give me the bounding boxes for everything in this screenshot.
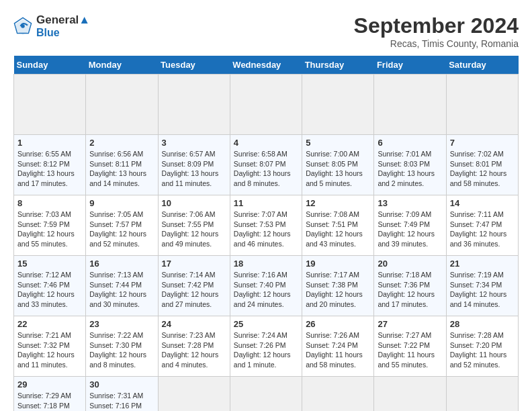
day-number: 20 xyxy=(378,259,442,269)
week-row-1 xyxy=(14,75,519,135)
day-info: Sunrise: 7:08 AMSunset: 7:51 PMDaylight:… xyxy=(306,210,370,249)
day-info: Sunrise: 7:02 AMSunset: 8:01 PMDaylight:… xyxy=(450,149,515,189)
header-row: SundayMondayTuesdayWednesdayThursdayFrid… xyxy=(14,56,519,75)
calendar-cell: 6Sunrise: 7:01 AMSunset: 8:03 PMDaylight… xyxy=(374,135,446,195)
day-info: Sunrise: 7:05 AMSunset: 7:57 PMDaylight:… xyxy=(89,210,154,249)
day-info: Sunrise: 7:11 AMSunset: 7:47 PMDaylight:… xyxy=(450,210,515,249)
day-number: 13 xyxy=(378,198,442,208)
day-number: 8 xyxy=(17,198,82,208)
day-number: 7 xyxy=(450,138,515,148)
day-info: Sunrise: 6:58 AMSunset: 8:07 PMDaylight:… xyxy=(234,149,298,189)
day-number: 12 xyxy=(306,198,370,208)
week-row-2: 1Sunrise: 6:55 AMSunset: 8:12 PMDaylight… xyxy=(14,135,519,195)
calendar-cell: 16Sunrise: 7:13 AMSunset: 7:44 PMDayligh… xyxy=(86,256,158,316)
calendar-cell: 12Sunrise: 7:08 AMSunset: 7:51 PMDayligh… xyxy=(302,195,374,256)
day-info: Sunrise: 7:26 AMSunset: 7:24 PMDaylight:… xyxy=(306,330,370,370)
calendar-cell xyxy=(302,75,374,135)
day-info: Sunrise: 7:22 AMSunset: 7:30 PMDaylight:… xyxy=(89,330,154,370)
day-number: 3 xyxy=(162,138,226,148)
calendar-cell: 3Sunrise: 6:57 AMSunset: 8:09 PMDaylight… xyxy=(158,135,230,195)
day-number: 18 xyxy=(234,259,298,269)
day-info: Sunrise: 7:12 AMSunset: 7:46 PMDaylight:… xyxy=(17,270,82,310)
calendar-cell: 25Sunrise: 7:24 AMSunset: 7:26 PMDayligh… xyxy=(230,316,302,377)
day-info: Sunrise: 7:17 AMSunset: 7:38 PMDaylight:… xyxy=(306,270,370,310)
day-number: 21 xyxy=(450,259,515,269)
calendar-cell: 29Sunrise: 7:29 AMSunset: 7:18 PMDayligh… xyxy=(14,377,86,412)
column-header-friday: Friday xyxy=(374,56,446,75)
calendar-cell: 13Sunrise: 7:09 AMSunset: 7:49 PMDayligh… xyxy=(374,195,446,256)
day-number: 1 xyxy=(17,138,82,148)
calendar-cell: 14Sunrise: 7:11 AMSunset: 7:47 PMDayligh… xyxy=(446,195,518,256)
day-info: Sunrise: 7:00 AMSunset: 8:05 PMDaylight:… xyxy=(306,149,370,189)
day-number: 9 xyxy=(89,198,154,208)
calendar-cell: 21Sunrise: 7:19 AMSunset: 7:34 PMDayligh… xyxy=(446,256,518,316)
day-number: 5 xyxy=(306,138,370,148)
day-info: Sunrise: 7:13 AMSunset: 7:44 PMDaylight:… xyxy=(89,270,154,310)
calendar-cell: 9Sunrise: 7:05 AMSunset: 7:57 PMDaylight… xyxy=(86,195,158,256)
day-info: Sunrise: 7:29 AMSunset: 7:18 PMDaylight:… xyxy=(17,391,82,411)
calendar-cell xyxy=(446,75,518,135)
day-number: 26 xyxy=(306,319,370,329)
calendar-cell: 23Sunrise: 7:22 AMSunset: 7:30 PMDayligh… xyxy=(86,316,158,377)
day-number: 19 xyxy=(306,259,370,269)
day-info: Sunrise: 7:06 AMSunset: 7:55 PMDaylight:… xyxy=(162,210,226,249)
day-number: 6 xyxy=(378,138,442,148)
month-title: September 2024 xyxy=(354,13,519,38)
title-block: September 2024 Recas, Timis County, Roma… xyxy=(354,13,519,49)
day-info: Sunrise: 7:03 AMSunset: 7:59 PMDaylight:… xyxy=(17,210,82,249)
calendar-cell xyxy=(230,75,302,135)
calendar-cell: 8Sunrise: 7:03 AMSunset: 7:59 PMDaylight… xyxy=(14,195,86,256)
column-header-thursday: Thursday xyxy=(302,56,374,75)
calendar-cell xyxy=(374,75,446,135)
day-info: Sunrise: 7:24 AMSunset: 7:26 PMDaylight:… xyxy=(234,330,298,370)
calendar-cell: 17Sunrise: 7:14 AMSunset: 7:42 PMDayligh… xyxy=(158,256,230,316)
calendar-cell: 20Sunrise: 7:18 AMSunset: 7:36 PMDayligh… xyxy=(374,256,446,316)
calendar-cell: 10Sunrise: 7:06 AMSunset: 7:55 PMDayligh… xyxy=(158,195,230,256)
day-number: 27 xyxy=(378,319,442,329)
column-header-monday: Monday xyxy=(86,56,158,75)
day-info: Sunrise: 7:01 AMSunset: 8:03 PMDaylight:… xyxy=(378,149,442,189)
calendar-cell xyxy=(302,377,374,412)
location-subtitle: Recas, Timis County, Romania xyxy=(354,38,519,49)
day-number: 30 xyxy=(89,379,154,390)
calendar-cell xyxy=(158,75,230,135)
calendar-cell: 24Sunrise: 7:23 AMSunset: 7:28 PMDayligh… xyxy=(158,316,230,377)
day-number: 29 xyxy=(17,379,82,390)
day-info: Sunrise: 6:55 AMSunset: 8:12 PMDaylight:… xyxy=(17,149,82,189)
day-number: 2 xyxy=(89,138,154,148)
day-info: Sunrise: 7:14 AMSunset: 7:42 PMDaylight:… xyxy=(162,270,226,310)
column-header-tuesday: Tuesday xyxy=(158,56,230,75)
day-info: Sunrise: 7:18 AMSunset: 7:36 PMDaylight:… xyxy=(378,270,442,310)
week-row-5: 22Sunrise: 7:21 AMSunset: 7:32 PMDayligh… xyxy=(14,316,519,377)
svg-point-2 xyxy=(21,24,25,28)
calendar-cell xyxy=(86,75,158,135)
calendar-cell xyxy=(446,377,518,412)
calendar-cell: 5Sunrise: 7:00 AMSunset: 8:05 PMDaylight… xyxy=(302,135,374,195)
calendar-table: SundayMondayTuesdayWednesdayThursdayFrid… xyxy=(13,56,519,411)
calendar-cell xyxy=(14,75,86,135)
calendar-cell: 30Sunrise: 7:31 AMSunset: 7:16 PMDayligh… xyxy=(86,377,158,412)
calendar-cell: 1Sunrise: 6:55 AMSunset: 8:12 PMDaylight… xyxy=(14,135,86,195)
page-header: General▲ Blue September 2024 Recas, Timi… xyxy=(13,13,519,49)
calendar-cell: 11Sunrise: 7:07 AMSunset: 7:53 PMDayligh… xyxy=(230,195,302,256)
day-info: Sunrise: 6:57 AMSunset: 8:09 PMDaylight:… xyxy=(162,149,226,189)
day-info: Sunrise: 7:28 AMSunset: 7:20 PMDaylight:… xyxy=(450,330,515,370)
calendar-cell: 26Sunrise: 7:26 AMSunset: 7:24 PMDayligh… xyxy=(302,316,374,377)
week-row-3: 8Sunrise: 7:03 AMSunset: 7:59 PMDaylight… xyxy=(14,195,519,256)
calendar-cell: 15Sunrise: 7:12 AMSunset: 7:46 PMDayligh… xyxy=(14,256,86,316)
logo-text: General▲ Blue xyxy=(36,13,90,39)
logo-icon xyxy=(13,17,32,36)
day-number: 10 xyxy=(162,198,226,208)
calendar-cell: 19Sunrise: 7:17 AMSunset: 7:38 PMDayligh… xyxy=(302,256,374,316)
logo: General▲ Blue xyxy=(13,13,90,39)
day-number: 4 xyxy=(234,138,298,148)
column-header-wednesday: Wednesday xyxy=(230,56,302,75)
calendar-cell: 22Sunrise: 7:21 AMSunset: 7:32 PMDayligh… xyxy=(14,316,86,377)
week-row-6: 29Sunrise: 7:29 AMSunset: 7:18 PMDayligh… xyxy=(14,377,519,412)
day-number: 17 xyxy=(162,259,226,269)
day-info: Sunrise: 6:56 AMSunset: 8:11 PMDaylight:… xyxy=(89,149,154,189)
day-info: Sunrise: 7:09 AMSunset: 7:49 PMDaylight:… xyxy=(378,210,442,249)
day-number: 11 xyxy=(234,198,298,208)
calendar-cell: 4Sunrise: 6:58 AMSunset: 8:07 PMDaylight… xyxy=(230,135,302,195)
column-header-saturday: Saturday xyxy=(446,56,518,75)
